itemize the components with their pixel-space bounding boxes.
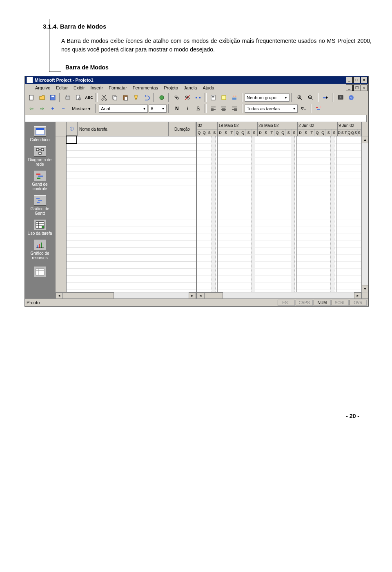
- svg-point-24: [233, 96, 234, 97]
- minimize-button[interactable]: _: [346, 77, 353, 83]
- menu-projeto[interactable]: Projeto: [161, 85, 181, 91]
- zoom-out-icon[interactable]: [305, 93, 315, 102]
- filter-combo[interactable]: Todas as tarefas ▼: [245, 105, 298, 113]
- menu-ajuda[interactable]: Ajuda: [200, 85, 217, 91]
- link-tasks-icon[interactable]: [172, 93, 182, 102]
- new-icon[interactable]: [27, 93, 36, 102]
- menu-janela[interactable]: Janela: [181, 85, 200, 91]
- info-icon[interactable]: [208, 93, 218, 102]
- scroll-up-icon[interactable]: ▲: [362, 136, 368, 143]
- entry-field[interactable]: [25, 115, 367, 122]
- font-combo[interactable]: Arial ▼: [99, 105, 148, 113]
- split-task-icon[interactable]: [193, 93, 203, 102]
- outdent-left-icon[interactable]: ⇦: [27, 104, 36, 114]
- timescale-header[interactable]: 02 Q Q S S 19 Maio 02 D S T: [197, 122, 361, 136]
- scroll-down-icon[interactable]: ▼: [362, 285, 368, 292]
- svg-rect-38: [36, 149, 39, 151]
- save-icon[interactable]: [48, 93, 58, 102]
- format-painter-icon[interactable]: [131, 93, 141, 102]
- active-cell[interactable]: [67, 136, 76, 143]
- align-left-icon[interactable]: [208, 104, 218, 114]
- vscroll[interactable]: ▲ ▼: [361, 122, 368, 299]
- duration-header[interactable]: Duração: [169, 122, 196, 136]
- scroll-right-icon[interactable]: ►: [189, 292, 196, 299]
- align-right-icon[interactable]: [229, 104, 239, 114]
- scroll-right-icon[interactable]: ►: [354, 292, 361, 299]
- show-outline-button[interactable]: Mostrar ▾: [69, 104, 94, 114]
- callout: Barra de Modos: [45, 64, 372, 71]
- gantt-body[interactable]: [197, 136, 361, 292]
- copy-icon[interactable]: [110, 93, 120, 102]
- doc-restore-button[interactable]: ❐: [353, 85, 360, 91]
- font-size-combo[interactable]: 8 ▼: [149, 105, 167, 113]
- hide-subtasks-icon[interactable]: −: [58, 104, 68, 114]
- mode-grafico-recursos[interactable]: Gráfico de recursos: [25, 238, 55, 262]
- doc-minimize-button[interactable]: _: [346, 85, 353, 91]
- menubar: Arquivo Editar Exibir Inserir Formatar F…: [25, 84, 368, 92]
- notes-icon[interactable]: [219, 93, 229, 102]
- titlebar: Microsoft Project - Projeto1 _ □ ×: [25, 76, 368, 84]
- mode-more[interactable]: [25, 263, 55, 280]
- unlink-tasks-icon[interactable]: [183, 93, 192, 102]
- open-icon[interactable]: [37, 93, 47, 102]
- gantt-hscroll[interactable]: ◄ ►: [197, 292, 361, 299]
- outdent-right-icon[interactable]: ⇨: [37, 104, 47, 114]
- cut-icon[interactable]: [99, 93, 109, 102]
- svg-rect-19: [199, 97, 200, 98]
- hyperlink-icon[interactable]: [157, 93, 167, 102]
- assign-icon[interactable]: [229, 93, 239, 102]
- group-combo[interactable]: Nenhum grupo ▼: [245, 93, 290, 102]
- doc-close-button[interactable]: ×: [361, 85, 368, 91]
- svg-rect-4: [67, 95, 69, 97]
- mode-diagrama-rede[interactable]: Diagrama de rede: [25, 145, 55, 168]
- maximize-button[interactable]: □: [353, 77, 360, 83]
- copy-picture-icon[interactable]: [336, 93, 345, 102]
- scroll-left-icon[interactable]: ◄: [56, 292, 63, 299]
- menu-exibir[interactable]: Exibir: [71, 85, 88, 91]
- svg-rect-5: [76, 95, 80, 100]
- dropdown-arrow-icon: ▼: [292, 107, 296, 111]
- svg-point-31: [340, 96, 341, 98]
- print-icon[interactable]: [63, 93, 73, 102]
- goto-task-icon[interactable]: [321, 93, 330, 102]
- mode-gantt-controle[interactable]: Gantt de controle: [25, 169, 55, 193]
- dropdown-arrow-icon: ▼: [161, 107, 165, 111]
- menu-formatar[interactable]: Formatar: [106, 85, 130, 91]
- help-icon[interactable]: ?: [346, 93, 356, 102]
- info-header[interactable]: ⓘ: [67, 122, 78, 136]
- network-diagram-icon: [34, 146, 46, 157]
- close-button[interactable]: ×: [361, 77, 368, 83]
- svg-rect-10: [114, 96, 117, 100]
- svg-rect-2: [51, 96, 54, 97]
- menu-ferramentas[interactable]: Ferramentas: [130, 85, 161, 91]
- gantt-wizard-icon[interactable]: [314, 104, 323, 114]
- rownum-header[interactable]: [56, 122, 67, 136]
- show-subtasks-icon[interactable]: +: [48, 104, 58, 114]
- undo-icon[interactable]: [142, 93, 151, 102]
- zoom-in-icon[interactable]: [295, 93, 305, 102]
- svg-rect-52: [36, 269, 44, 275]
- menu-arquivo[interactable]: Arquivo: [32, 85, 53, 91]
- italic-icon[interactable]: I: [183, 104, 192, 114]
- resource-graph-icon: [34, 240, 46, 250]
- underline-icon[interactable]: S: [193, 104, 203, 114]
- svg-rect-45: [38, 200, 42, 201]
- svg-point-15: [176, 98, 179, 99]
- task-grid-hscroll[interactable]: ◄ ►: [56, 292, 196, 299]
- task-rows[interactable]: [56, 136, 196, 292]
- section-title: Barra de Modos: [60, 23, 106, 30]
- mode-calendario[interactable]: Calendário: [25, 125, 55, 144]
- taskname-header[interactable]: Nome da tarefa: [78, 122, 169, 136]
- bold-icon[interactable]: N: [172, 104, 182, 114]
- align-center-icon[interactable]: [219, 104, 229, 114]
- spellcheck-icon[interactable]: ABC: [84, 93, 94, 102]
- scroll-left-icon[interactable]: ◄: [197, 292, 204, 299]
- font-name: Arial: [101, 106, 110, 111]
- preview-icon[interactable]: [74, 93, 83, 102]
- mode-uso-tarefa[interactable]: Uso da tarefa: [25, 218, 55, 237]
- autofilter-icon[interactable]: ∇=: [298, 104, 308, 114]
- menu-editar[interactable]: Editar: [53, 85, 71, 91]
- paste-icon[interactable]: [120, 93, 130, 102]
- mode-grafico-gantt[interactable]: Gráfico de Gantt: [25, 194, 55, 217]
- menu-inserir[interactable]: Inserir: [88, 85, 106, 91]
